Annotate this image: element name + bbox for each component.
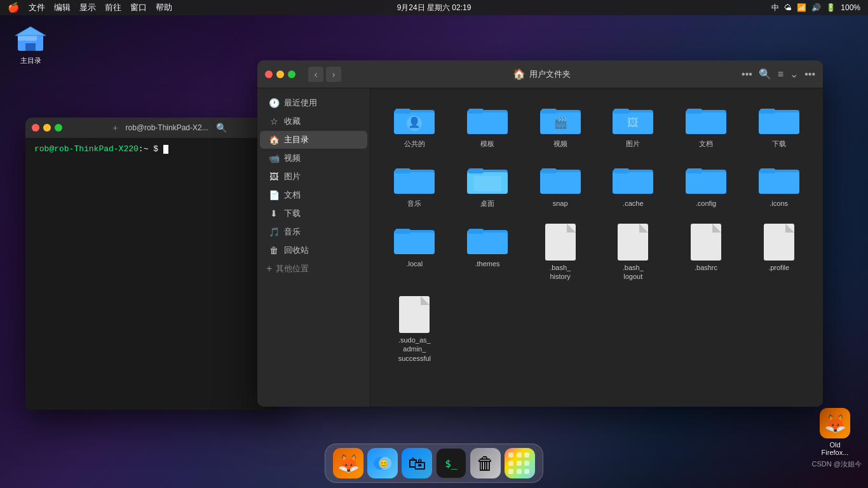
folder-downloads[interactable]: 下载: [745, 98, 813, 153]
terminal-cursor: [163, 145, 168, 154]
battery-percent: 100%: [841, 3, 860, 12]
sidebar-item-pictures[interactable]: 🖼 图片: [260, 168, 367, 186]
menu-bar: 🍎 文件 编辑 显示 前往 窗口 帮助 9月24日 星期六 02:19 中 🌤 …: [0, 0, 868, 15]
sidebar-label-trash: 回收站: [284, 245, 309, 256]
sidebar-item-other[interactable]: + 其他位置: [257, 260, 370, 278]
volume-icon: 🔊: [811, 3, 821, 12]
dock-item-launchpad[interactable]: [505, 448, 535, 478]
terminal-new-tab-button[interactable]: +: [112, 123, 118, 133]
apple-menu[interactable]: 🍎: [8, 2, 20, 13]
dock-item-terminal[interactable]: $_: [436, 448, 466, 478]
folder-public[interactable]: 👤 公共的: [381, 98, 449, 153]
desktop-icon-home[interactable]: 主目录: [10, 25, 51, 65]
sidebar-item-bookmarks[interactable]: ☆ 收藏: [260, 112, 367, 130]
sidebar-item-recent[interactable]: 🕐 最近使用: [260, 94, 367, 112]
sidebar-item-downloads[interactable]: ⬇ 下载: [260, 205, 367, 222]
sidebar-item-music[interactable]: 🎵 音乐: [260, 223, 367, 241]
terminal-maximize-button[interactable]: [55, 124, 62, 132]
recent-icon: 🕐: [269, 98, 279, 108]
fm-traffic-lights: [265, 71, 295, 78]
terminal-minimize-button[interactable]: [43, 124, 51, 132]
fm-close-button[interactable]: [265, 71, 273, 78]
fm-maximize-button[interactable]: [288, 71, 295, 78]
svg-rect-49: [395, 229, 410, 234]
svg-text:🖼: 🖼: [627, 116, 639, 129]
folder-music[interactable]: 音乐: [381, 158, 449, 213]
folder-cache-label: .cache: [623, 199, 643, 208]
folder-icons-label: .icons: [770, 199, 788, 208]
svg-rect-26: [759, 112, 799, 134]
folder-snap-label: snap: [553, 199, 568, 208]
menu-help[interactable]: 帮助: [156, 2, 172, 13]
terminal-prompt-line: rob@rob-ThinkPad-X220:~ $: [34, 144, 271, 154]
fm-body: 🕐 最近使用 ☆ 收藏 🏠 主目录 📹 视频 🖼 图片 📄 文档: [257, 88, 823, 407]
fm-back-button[interactable]: ‹: [308, 67, 323, 82]
dock: 🦊 😊 🛍 $_ 🗑: [325, 444, 543, 483]
sidebar-item-video[interactable]: 📹 视频: [260, 149, 367, 167]
folder-desktop-label: 桌面: [480, 199, 494, 208]
fm-minimize-button[interactable]: [276, 71, 284, 78]
menu-file[interactable]: 文件: [29, 2, 45, 13]
dock-item-finder[interactable]: 😊: [367, 448, 398, 478]
fm-search-button[interactable]: 🔍: [759, 68, 771, 80]
fm-more-button[interactable]: •••: [742, 69, 752, 80]
menu-goto[interactable]: 前往: [105, 2, 121, 13]
folder-desktop[interactable]: 桌面: [454, 158, 522, 213]
desktop-icon-firefox-label: OldFirefox...: [822, 441, 849, 456]
menu-edit[interactable]: 编辑: [54, 2, 71, 13]
firefox-icon: 🦊: [820, 408, 850, 438]
terminal-close-button[interactable]: [32, 124, 39, 132]
fm-toolbar-right: ••• 🔍 ≡ ⌄ •••: [742, 68, 815, 80]
menu-view[interactable]: 显示: [79, 2, 96, 13]
fm-sort-button[interactable]: ⌄: [790, 68, 798, 80]
folder-snap[interactable]: snap: [526, 158, 594, 213]
file-profile[interactable]: .profile: [745, 219, 813, 287]
file-bash-history[interactable]: .bash_history: [526, 219, 594, 287]
folder-documents[interactable]: 文档: [672, 98, 740, 153]
weather-icon: 🌤: [784, 3, 792, 12]
wifi-icon: 📶: [797, 3, 806, 12]
csdn-watermark: CSDN @汝姐今: [812, 459, 862, 469]
dock-item-firefox[interactable]: 🦊: [333, 448, 363, 478]
input-method-indicator: 中: [771, 3, 779, 13]
fm-content: 👤 公共的 模板 🎬 视频 🖼 图片 文档: [370, 88, 823, 407]
sidebar-label-downloads: 下载: [284, 208, 301, 219]
terminal-window[interactable]: + rob@rob-ThinkPad-X2... 🔍 rob@rob-Think…: [25, 118, 280, 410]
svg-rect-13: [468, 109, 484, 114]
svg-rect-34: [473, 176, 501, 191]
fm-nav-buttons: ‹ ›: [308, 67, 341, 82]
file-bash-logout[interactable]: .bash_logout: [599, 219, 667, 287]
folder-themes[interactable]: .themes: [454, 219, 522, 287]
sidebar-item-home[interactable]: 🏠 主目录: [260, 131, 367, 149]
folder-icons[interactable]: .icons: [745, 158, 813, 213]
dock-item-appstore[interactable]: 🛍: [402, 448, 432, 478]
file-bash-history-label: .bash_history: [550, 263, 571, 281]
file-sudo-admin[interactable]: .sudo_as_admin_successful: [381, 291, 449, 368]
sidebar-item-trash[interactable]: 🗑 回收站: [260, 241, 367, 259]
fm-sidebar: 🕐 最近使用 ☆ 收藏 🏠 主目录 📹 视频 🖼 图片 📄 文档: [257, 88, 370, 407]
svg-rect-43: [687, 168, 702, 173]
terminal-search-button[interactable]: 🔍: [216, 123, 227, 133]
menu-bar-right: 中 🌤 📶 🔊 🔋 100%: [771, 3, 860, 13]
folder-templates[interactable]: 模板: [454, 98, 522, 153]
folder-local[interactable]: .local: [381, 219, 449, 287]
folder-videos[interactable]: 🎬 视频: [526, 98, 594, 153]
fm-view-list-button[interactable]: ≡: [778, 69, 783, 80]
fm-options-button[interactable]: •••: [804, 69, 815, 80]
svg-text:😊: 😊: [379, 459, 388, 468]
sidebar-label-pictures: 图片: [284, 171, 301, 182]
fm-forward-button[interactable]: ›: [326, 67, 341, 82]
folder-videos-label: 视频: [553, 139, 567, 148]
menu-window[interactable]: 窗口: [130, 2, 147, 13]
dock-item-trash[interactable]: 🗑: [470, 448, 501, 478]
folder-cache[interactable]: .cache: [599, 158, 667, 213]
svg-rect-8: [395, 109, 410, 114]
svg-rect-40: [614, 168, 629, 173]
folder-pictures[interactable]: 🖼 图片: [599, 98, 667, 153]
svg-rect-24: [687, 109, 702, 114]
file-bashrc[interactable]: .bashrc: [672, 219, 740, 287]
folder-local-label: .local: [406, 259, 423, 268]
folder-config[interactable]: .config: [672, 158, 740, 213]
sidebar-item-docs[interactable]: 📄 文档: [260, 186, 367, 204]
desktop-icon-firefox[interactable]: 🦊 OldFirefox...: [815, 408, 855, 456]
